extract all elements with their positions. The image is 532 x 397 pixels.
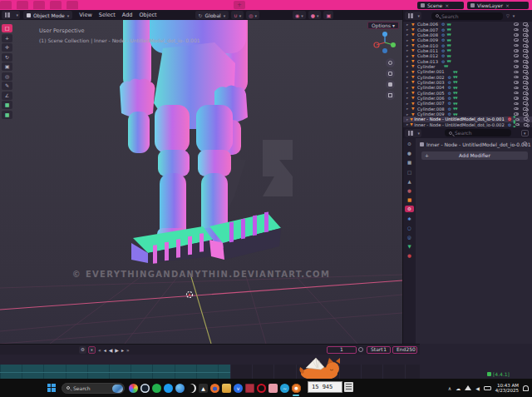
tray-chevron-icon[interactable]: ∧ <box>448 385 451 391</box>
notifications-icon[interactable] <box>523 385 529 391</box>
disable-render-icon[interactable] <box>523 54 528 57</box>
disable-render-icon[interactable] <box>523 33 528 37</box>
select-box-tool[interactable]: □ <box>2 24 12 32</box>
hide-eye-icon[interactable] <box>514 22 519 26</box>
taskbar-icon-browser-sphere[interactable] <box>175 384 185 393</box>
unlink-scene-icon[interactable]: × <box>445 2 449 8</box>
jump-to-start-button[interactable]: « <box>98 347 101 353</box>
pan-view-button[interactable] <box>386 69 395 78</box>
desktop-cat-pet[interactable] <box>296 356 344 380</box>
disable-render-icon[interactable] <box>523 92 528 95</box>
workspace-tab[interactable] <box>50 1 62 9</box>
taskbar-icon-firefox[interactable] <box>210 384 219 393</box>
hide-eye-icon[interactable] <box>514 33 519 37</box>
addon-tool-2[interactable]: ■ <box>2 111 12 119</box>
disable-render-icon[interactable] <box>523 49 528 52</box>
xray-toggle[interactable]: ▣ <box>323 11 333 19</box>
addon-tool-1[interactable]: ■ <box>2 101 12 109</box>
counter-menu-icon[interactable] <box>344 382 353 392</box>
disable-render-icon[interactable] <box>523 38 528 42</box>
battery-icon[interactable] <box>484 386 491 390</box>
taskbar-icon-file-explorer[interactable] <box>222 384 231 393</box>
character-model[interactable] <box>120 20 248 250</box>
tab-particles[interactable]: ✱ <box>405 216 414 222</box>
jump-to-end-button[interactable]: » <box>126 347 130 353</box>
filter-icon[interactable]: ▽ <box>506 13 510 18</box>
transform-tool[interactable]: ◎ <box>2 72 12 81</box>
rotate-tool[interactable]: ↻ <box>2 53 12 62</box>
disable-render-icon[interactable] <box>523 81 528 84</box>
tab-output[interactable]: ■ <box>405 159 414 166</box>
outliner-search-input[interactable]: Search <box>431 12 503 20</box>
start-button[interactable] <box>47 384 56 392</box>
start-frame-field[interactable]: Start1 <box>367 346 391 354</box>
outliner-editor-type-button[interactable] <box>405 12 421 20</box>
properties-editor-type-button[interactable] <box>405 129 421 137</box>
hide-eye-icon[interactable] <box>514 112 519 116</box>
tab-physics[interactable]: ○ <box>405 225 414 231</box>
navigation-gizmo[interactable] <box>372 30 397 55</box>
disable-render-icon[interactable] <box>523 76 528 79</box>
gizmos-button[interactable]: ◉ <box>293 11 306 19</box>
disable-render-icon[interactable] <box>524 117 528 121</box>
wifi-icon[interactable] <box>465 385 471 390</box>
menu-add[interactable]: Add <box>122 12 133 18</box>
workspace-tab[interactable] <box>17 1 28 9</box>
taskbar-icon-claw-app[interactable] <box>187 384 196 393</box>
search-highlight-image[interactable] <box>112 385 123 394</box>
viewport-3d[interactable]: User Perspective (1) Scene Collection | … <box>0 20 402 344</box>
perspective-toggle-button[interactable] <box>386 91 395 100</box>
zoom-view-button[interactable] <box>386 58 395 67</box>
hide-eye-icon[interactable] <box>514 28 519 32</box>
disable-render-icon[interactable] <box>523 102 528 105</box>
disable-render-icon[interactable] <box>523 86 528 89</box>
disable-render-icon[interactable] <box>524 123 528 127</box>
properties-options-icon[interactable]: ▾ <box>521 130 529 136</box>
remove-viewlayer-icon[interactable]: × <box>505 2 510 8</box>
camera-view-button[interactable] <box>386 80 395 89</box>
menu-select[interactable]: Select <box>99 12 116 18</box>
hide-eye-icon[interactable] <box>514 60 519 63</box>
hide-eye-icon[interactable] <box>514 65 519 68</box>
end-frame-field[interactable]: End250 <box>392 346 417 354</box>
hide-eye-icon[interactable] <box>515 118 520 122</box>
snap-magnet-button[interactable]: ∪ <box>231 11 244 19</box>
menu-object[interactable]: Object <box>139 12 156 18</box>
add-modifier-button[interactable]: Add Modifier <box>421 151 528 160</box>
taskbar-icon-pink-app[interactable] <box>268 384 278 393</box>
tab-modifiers[interactable]: ⚙ <box>405 206 414 212</box>
onedrive-cloud-icon[interactable]: ☁ <box>456 385 461 391</box>
tab-scene[interactable]: ▲ <box>405 178 414 185</box>
viewlayer-selector[interactable]: ViewLayer × <box>467 2 529 9</box>
scene-selector[interactable]: Scene × <box>417 2 464 9</box>
properties-search-input[interactable]: Search <box>445 129 511 136</box>
hide-eye-icon[interactable] <box>514 97 519 100</box>
workspace-tab[interactable] <box>33 1 45 9</box>
tab-tool[interactable]: ⚙ <box>405 141 414 147</box>
editor-type-button[interactable] <box>2 11 20 19</box>
volume-icon[interactable]: ◀ <box>475 385 480 391</box>
taskbar-icon-blue-app[interactable]: ~ <box>280 384 289 393</box>
disable-render-icon[interactable] <box>523 60 528 63</box>
hide-eye-icon[interactable] <box>514 54 519 57</box>
proportional-editing-button[interactable]: ◎ <box>246 11 259 19</box>
hide-eye-icon[interactable] <box>514 38 519 42</box>
annotate-tool[interactable]: ✎ <box>2 82 12 90</box>
taskbar-icon-opera[interactable] <box>257 384 266 393</box>
disable-render-icon[interactable] <box>523 44 528 47</box>
overlays-button[interactable]: ● <box>308 11 322 19</box>
tab-world[interactable]: ● <box>405 187 414 194</box>
playback-dropdown-icon[interactable]: ▾ <box>88 346 96 354</box>
playback-settings-icon[interactable]: ⚙ <box>79 346 86 354</box>
hide-eye-icon[interactable] <box>514 81 519 84</box>
workspace-tab[interactable] <box>0 1 12 9</box>
tab-constraints[interactable]: ◎ <box>405 234 414 241</box>
pin-icon[interactable] <box>523 141 527 146</box>
taskbar-icon-green-app[interactable] <box>152 384 161 393</box>
disable-render-icon[interactable] <box>523 22 528 26</box>
disable-render-icon[interactable] <box>523 107 528 111</box>
options-dropdown[interactable]: Options ▾ <box>367 22 399 29</box>
taskbar-icon-color-wheel[interactable] <box>129 384 138 393</box>
mode-selector[interactable]: Object Mode <box>23 11 72 19</box>
hide-eye-icon[interactable] <box>514 87 519 90</box>
